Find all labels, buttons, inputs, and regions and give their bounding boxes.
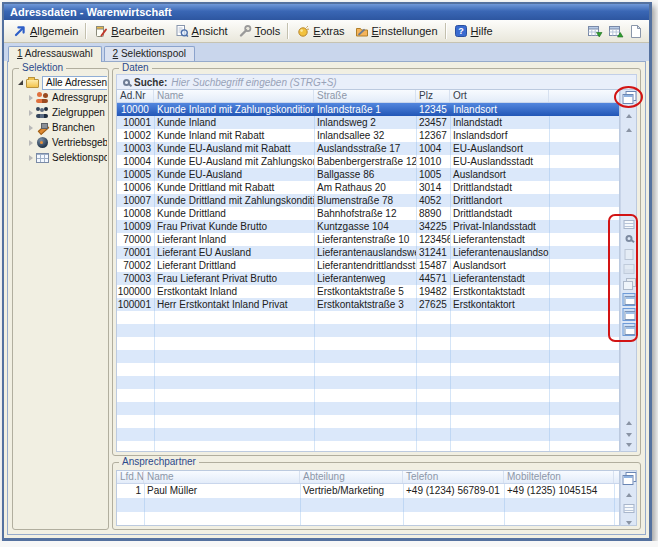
contacts-side-toolbar [620, 470, 637, 526]
expanded-toggle-icon[interactable] [16, 80, 25, 85]
collapsed-toggle-icon[interactable] [26, 110, 35, 116]
cell-name: Frau Lieferant Privat Brutto [154, 272, 314, 285]
address-row[interactable]: 70000 Lieferant Inland Lieferantenstraße… [117, 233, 619, 246]
table-view-icon[interactable] [622, 293, 635, 306]
search-icon [123, 79, 130, 86]
column-separator [403, 484, 404, 525]
collapsed-toggle-icon[interactable] [26, 155, 35, 161]
address-row[interactable]: 70003 Frau Lieferant Privat Brutto Liefe… [117, 272, 619, 285]
scroll-top-icon[interactable] [626, 128, 632, 132]
address-groups-icon [35, 91, 50, 104]
import-addresses-icon[interactable] [587, 24, 603, 39]
menu-right-icons [587, 24, 645, 39]
app-window: Adressdaten - Warenwirtschaft Allgemein … [2, 2, 652, 541]
column-header-lfdnr[interactable]: Lfd.Nr. [117, 471, 144, 483]
cell-filler [549, 207, 619, 220]
list-view-icon[interactable] [623, 504, 634, 513]
menu-extras[interactable]: Extras [291, 22, 349, 40]
address-row[interactable]: 100000 Erstkontakt Inland Erstkontaktstr… [117, 285, 619, 298]
menu-einstellungen[interactable]: Einstellungen [350, 22, 443, 40]
column-chooser-icon[interactable] [622, 472, 635, 484]
copy-icon[interactable] [623, 278, 635, 289]
address-row[interactable]: 100001 Herr Erstkontakt Inland Privat Er… [117, 298, 619, 311]
cell-filler [549, 155, 619, 168]
cell-ort: Auslandsort [450, 259, 549, 272]
table-view-icon[interactable] [622, 308, 635, 321]
cell-adnr: 100000 [117, 285, 154, 298]
scroll-down-icon[interactable] [626, 521, 632, 525]
address-row[interactable]: 10002 Kunde Inland mit Rabatt Inlandsall… [117, 129, 619, 142]
column-header-ort[interactable]: Ort [450, 90, 549, 102]
tab-adressauswahl[interactable]: 1 Adressauswahl [8, 46, 102, 62]
contact-row[interactable]: 1 Paul Müller Vertrieb/Marketing +49 (12… [117, 484, 619, 498]
cell-adnr: 70000 [117, 233, 154, 246]
cell-filler [549, 259, 619, 272]
menu-allgemein[interactable]: Allgemein [8, 22, 83, 40]
menu-hilfe[interactable]: ? Hilfe [449, 22, 498, 40]
cell-adnr: 10007 [117, 194, 154, 207]
column-header-plz[interactable]: Plz [416, 90, 450, 102]
address-row[interactable]: 70002 Lieferant Drittland Lieferantendri… [117, 259, 619, 272]
tree-item-label: Branchen [52, 122, 95, 133]
column-header-name[interactable]: Name [154, 90, 314, 102]
cell-ort: Lieferantenstadt [450, 272, 549, 285]
settings-icon [355, 24, 369, 38]
extras-icon [296, 24, 310, 38]
column-header-abteilung[interactable]: Abteilung [300, 471, 403, 483]
table-view-icon[interactable] [622, 323, 635, 336]
cell-filler [549, 129, 619, 142]
tree-item-vertriebsgebiete[interactable]: Vertriebsgebiete [16, 135, 107, 150]
tab-selektionspool[interactable]: 2 Selektionspool [104, 46, 195, 61]
column-chooser-icon[interactable] [622, 91, 635, 103]
scroll-down-icon[interactable] [626, 433, 632, 437]
collapsed-toggle-icon[interactable] [26, 95, 35, 101]
tree-item-selektionspools[interactable]: Selektionspools [16, 150, 107, 165]
tree-item-branchen[interactable]: Branchen [16, 120, 107, 135]
address-row[interactable]: 10005 Kunde EU-Ausland Ballgasse 86 1005… [117, 168, 619, 181]
cell-mobiltelefon: +49 (1235) 1045154 [504, 484, 614, 498]
cell-ort: Drittlandstadt [450, 207, 549, 220]
document-icon[interactable] [624, 249, 633, 260]
column-header-mobiltelefon[interactable]: Mobiltelefon [504, 471, 614, 483]
scroll-down-icon[interactable] [626, 421, 632, 425]
address-row[interactable]: 10003 Kunde EU-Ausland mit Rabatt Auslan… [117, 142, 619, 155]
cell-strasse: Lieferantenweg [314, 272, 416, 285]
tree-item-zielgruppen[interactable]: Zielgruppen [16, 105, 107, 120]
list-view-icon[interactable] [623, 220, 634, 229]
scroll-up-icon[interactable] [626, 493, 632, 497]
address-row[interactable]: 10006 Kunde Drittland mit Rabatt Am Rath… [117, 181, 619, 194]
tree-item-label: Zielgruppen [52, 107, 105, 118]
cell-plz: 8890 [416, 207, 450, 220]
search-input[interactable] [171, 77, 636, 88]
cell-plz: 34225 [416, 220, 450, 233]
menu-tools[interactable]: Tools [233, 22, 286, 40]
address-row[interactable]: 10008 Kunde Drittland Bahnhofstraße 12 8… [117, 207, 619, 220]
address-row[interactable]: 10009 Frau Privat Kunde Brutto Kuntzgass… [117, 220, 619, 233]
collapsed-toggle-icon[interactable] [26, 140, 35, 146]
new-document-icon[interactable] [629, 24, 642, 39]
tree-item-adressgruppen[interactable]: Adressgruppen [16, 90, 107, 105]
menu-bearbeiten[interactable]: Bearbeiten [89, 22, 169, 40]
cell-telefon: +49 (1234) 56789-01 [403, 484, 504, 498]
scroll-bottom-icon[interactable] [626, 443, 632, 447]
address-row[interactable]: 10007 Kunde Drittland mit Zahlungskondit… [117, 194, 619, 207]
column-header-name[interactable]: Name [144, 471, 300, 483]
column-header-telefon[interactable]: Telefon [403, 471, 504, 483]
selection-pools-icon [35, 151, 50, 164]
menu-ansicht[interactable]: Ansicht [170, 22, 233, 40]
cell-name: Lieferant Drittland [154, 259, 314, 272]
collapsed-toggle-icon[interactable] [26, 125, 35, 131]
address-row[interactable]: 10001 Kunde Inland Inlandsweg 2 23457 In… [117, 116, 619, 129]
export-addresses-icon[interactable] [608, 24, 624, 39]
address-row[interactable]: 10000 Kunde Inland mit Zahlungskondition… [117, 103, 619, 116]
tree-item-label: Vertriebsgebiete [52, 137, 107, 148]
address-row[interactable]: 70001 Lieferant EU Ausland Lieferantenau… [117, 246, 619, 259]
search-icon[interactable] [625, 235, 632, 242]
address-row[interactable]: 10004 Kunde EU-Ausland mit Zahlungskondi… [117, 155, 619, 168]
sort-icon[interactable] [623, 264, 634, 274]
contacts-table-header: Lfd.Nr. Name Abteilung Telefon Mobiltele… [117, 471, 619, 484]
scroll-up-icon[interactable] [626, 114, 632, 118]
column-header-adnr[interactable]: Ad.Nr [117, 90, 154, 102]
tree-item-alle-adressen[interactable]: Alle Adressen [16, 75, 107, 90]
column-header-strasse[interactable]: Straße [314, 90, 416, 102]
